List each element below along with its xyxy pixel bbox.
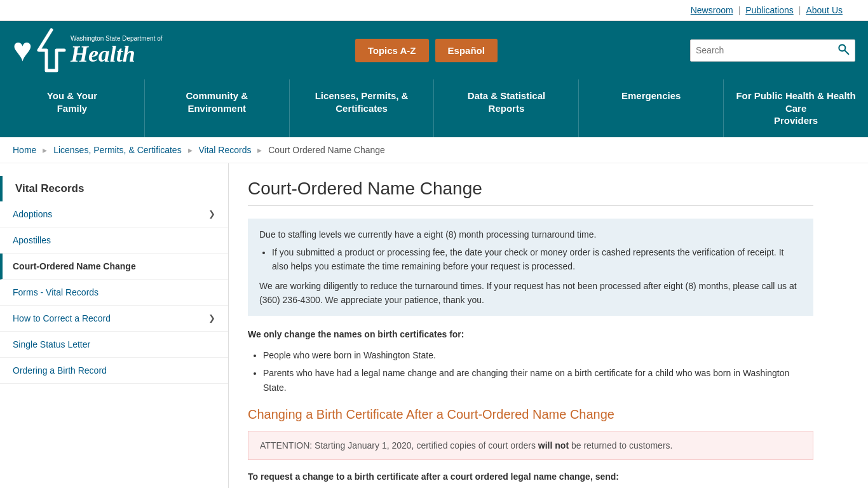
breadcrumb-sep1: ▸ bbox=[43, 145, 47, 155]
attention-text-before: ATTENTION: Starting January 1, 2020, cer… bbox=[260, 440, 538, 451]
info-box-bullet: If you submitted a product or processing… bbox=[272, 245, 802, 274]
sidebar-item-apostilles[interactable]: Apostilles bbox=[0, 227, 228, 254]
breadcrumb-licenses[interactable]: Licenses, Permits, & Certificates bbox=[53, 145, 182, 155]
sidebar-item-adoptions[interactable]: Adoptions ❯ bbox=[0, 201, 228, 227]
top-links: Newsroom | Publications | About Us bbox=[691, 5, 843, 15]
section-heading: Changing a Birth Certificate After a Cou… bbox=[248, 407, 813, 422]
attention-bold: will not bbox=[538, 440, 569, 451]
request-text: To request a change to a birth certifica… bbox=[248, 471, 813, 482]
content-wrapper: Vital Records Adoptions ❯ Apostilles Cou… bbox=[0, 163, 868, 489]
attention-text-after: be returned to customers. bbox=[569, 440, 672, 451]
svg-line-1 bbox=[845, 50, 849, 54]
logo-health-text: Health bbox=[71, 43, 163, 65]
breadcrumb-current: Court Ordered Name Change bbox=[268, 145, 385, 155]
page-title: Court-Ordered Name Change bbox=[248, 179, 813, 206]
search-input[interactable] bbox=[696, 45, 837, 55]
nav-item-emergencies[interactable]: Emergencies bbox=[579, 79, 724, 137]
sidebar-item-ordering-birth[interactable]: Ordering a Birth Record bbox=[0, 358, 228, 384]
search-area bbox=[690, 39, 855, 62]
logo-icon bbox=[35, 27, 68, 73]
logo-mark-icon: ♥ bbox=[13, 34, 32, 67]
top-bar: Newsroom | Publications | About Us bbox=[0, 0, 868, 21]
newsroom-link[interactable]: Newsroom bbox=[691, 5, 733, 15]
topics-az-button[interactable]: Topics A-Z bbox=[355, 39, 429, 62]
breadcrumb-vital-records[interactable]: Vital Records bbox=[198, 145, 251, 155]
logo-dept: Washington State Department of Health bbox=[71, 35, 163, 65]
nav-item-data[interactable]: Data & StatisticalReports bbox=[434, 79, 579, 137]
sidebar-item-single-status[interactable]: Single Status Letter bbox=[0, 332, 228, 358]
info-box-intro: Due to staffing levels we currently have… bbox=[259, 227, 802, 241]
only-change-label: We only change the names on birth certif… bbox=[248, 327, 813, 341]
sidebar-title: Vital Records bbox=[0, 176, 228, 201]
breadcrumb-sep2: ▸ bbox=[188, 145, 193, 155]
nav-item-family[interactable]: You & YourFamily bbox=[0, 79, 145, 137]
nav-item-public-health[interactable]: For Public Health & Health CareProviders bbox=[724, 79, 868, 137]
sidebar-item-court-ordered[interactable]: Court-Ordered Name Change bbox=[0, 254, 228, 280]
breadcrumb-home[interactable]: Home bbox=[13, 145, 36, 155]
nav-item-community[interactable]: Community &Environment bbox=[145, 79, 290, 137]
main-nav: You & YourFamily Community &Environment … bbox=[0, 79, 868, 137]
sidebar: Vital Records Adoptions ❯ Apostilles Cou… bbox=[0, 163, 229, 489]
breadcrumb-sep3: ▸ bbox=[257, 145, 262, 155]
attention-box: ATTENTION: Starting January 1, 2020, cer… bbox=[248, 431, 813, 460]
chevron-icon: ❯ bbox=[208, 209, 215, 219]
sep1: | bbox=[738, 5, 741, 15]
only-change-bullet-2: Parents who have had a legal name change… bbox=[263, 366, 813, 395]
sidebar-item-forms[interactable]: Forms - Vital Records bbox=[0, 280, 228, 306]
espanol-button[interactable]: Español bbox=[435, 39, 498, 62]
header: ♥ Washington State Department of Health … bbox=[0, 21, 868, 79]
only-change-bullet-1: People who were born in Washington State… bbox=[263, 348, 813, 362]
info-box-followup: We are working diligently to reduce the … bbox=[259, 279, 802, 308]
publications-link[interactable]: Publications bbox=[745, 5, 794, 15]
main-content: Court-Ordered Name Change Due to staffin… bbox=[229, 163, 832, 489]
nav-item-licenses[interactable]: Licenses, Permits, &Certificates bbox=[290, 79, 435, 137]
search-button[interactable] bbox=[837, 43, 850, 58]
sep2: | bbox=[799, 5, 801, 15]
about-us-link[interactable]: About Us bbox=[806, 5, 843, 15]
only-change-bullets: People who were born in Washington State… bbox=[248, 348, 813, 395]
header-buttons: Topics A-Z Español bbox=[355, 39, 498, 62]
info-box: Due to staffing levels we currently have… bbox=[248, 219, 813, 316]
chevron-icon-2: ❯ bbox=[208, 313, 215, 323]
sidebar-item-correct-record[interactable]: How to Correct a Record ❯ bbox=[0, 306, 228, 332]
breadcrumb: Home ▸ Licenses, Permits, & Certificates… bbox=[0, 137, 868, 163]
logo-area: ♥ Washington State Department of Health bbox=[13, 27, 163, 73]
